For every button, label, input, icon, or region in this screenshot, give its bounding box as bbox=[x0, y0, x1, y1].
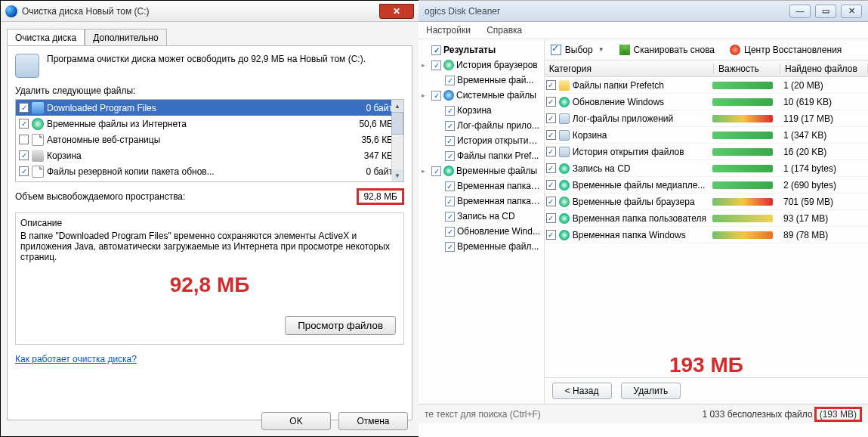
cancel-button[interactable]: Отмена bbox=[338, 412, 408, 430]
tree-item[interactable]: ▸История браузеров bbox=[420, 57, 542, 73]
grid-row[interactable]: Временная папка пользователя93 (17 MB) bbox=[545, 210, 868, 227]
checkbox[interactable] bbox=[431, 166, 441, 176]
window-title: Очистка диска Новый том (C:) bbox=[22, 6, 150, 17]
tree-item[interactable]: Временная папка ... bbox=[420, 178, 542, 194]
tab-additional[interactable]: Дополнительно bbox=[85, 29, 166, 46]
delete-button[interactable]: Удалить bbox=[621, 383, 681, 399]
grid-row[interactable]: Запись на CD1 (174 bytes) bbox=[545, 160, 868, 177]
checkbox[interactable] bbox=[445, 227, 455, 237]
tree-label: История открытия... bbox=[457, 135, 541, 146]
grid-row[interactable]: Временная папка Windows89 (78 MB) bbox=[545, 227, 868, 243]
checkbox[interactable] bbox=[445, 121, 455, 131]
checkbox[interactable] bbox=[546, 147, 556, 157]
delete-files-label: Удалить следующие файлы: bbox=[15, 85, 404, 96]
checkbox[interactable] bbox=[431, 45, 441, 55]
grid-row[interactable]: Корзина1 (347 KB) bbox=[545, 127, 868, 144]
tree-item[interactable]: Файлы папки Pref... bbox=[420, 148, 542, 163]
checkbox[interactable] bbox=[445, 212, 455, 222]
checkbox[interactable] bbox=[431, 91, 441, 101]
tree-item[interactable]: Временные файл... bbox=[420, 239, 542, 254]
tree-item[interactable]: Временная папка ... bbox=[420, 194, 542, 209]
checkbox[interactable] bbox=[546, 80, 556, 90]
file-row[interactable]: Файлы резервной копии пакета обнов...0 б… bbox=[16, 163, 403, 179]
tree-item[interactable]: Результаты bbox=[420, 42, 542, 57]
select-dropdown[interactable]: Выбор ▼ bbox=[551, 45, 604, 55]
grid-row[interactable]: Временные файлы браузера701 (59 MB) bbox=[545, 194, 868, 210]
tree-item[interactable]: Корзина bbox=[420, 103, 542, 118]
tree-label: Запись на CD bbox=[457, 211, 515, 222]
checkbox[interactable] bbox=[546, 213, 556, 223]
scroll-thumb[interactable] bbox=[391, 112, 403, 135]
grid-row[interactable]: Обновление Windows10 (619 KB) bbox=[545, 94, 868, 110]
tree-item[interactable]: Лог-файлы прило... bbox=[420, 118, 542, 133]
col-found[interactable]: Найдено файлов bbox=[780, 64, 868, 74]
tree-item[interactable]: История открытия... bbox=[420, 133, 542, 148]
tree-item[interactable]: Обновление Wind... bbox=[420, 224, 542, 239]
scrollbar[interactable]: ▲ ▼ bbox=[391, 100, 403, 181]
expand-icon[interactable]: ▸ bbox=[422, 61, 429, 69]
back-button[interactable]: < Назад bbox=[552, 383, 612, 399]
checkbox[interactable] bbox=[445, 76, 455, 85]
checkbox[interactable] bbox=[19, 150, 29, 160]
checkbox[interactable] bbox=[546, 130, 556, 140]
file-list[interactable]: Downloaded Program Files0 байтВременные … bbox=[15, 99, 404, 182]
close-button[interactable]: ✕ bbox=[379, 4, 414, 19]
grid-row[interactable]: История открытия файлов16 (20 KB) bbox=[545, 144, 868, 160]
checkbox[interactable] bbox=[546, 230, 556, 240]
scroll-down-icon[interactable]: ▼ bbox=[391, 169, 403, 181]
help-link[interactable]: Как работает очистка диска? bbox=[15, 354, 137, 364]
importance-bar bbox=[712, 231, 773, 239]
grid-body[interactable]: Файлы папки Prefetch1 (20 MB)Обновление … bbox=[545, 77, 868, 323]
file-row[interactable]: Временные файлы из Интернета50,6 МБ bbox=[16, 116, 403, 132]
titlebar[interactable]: Очистка диска Новый том (C:) ✕ bbox=[1, 1, 419, 22]
tree-label: Файлы папки Pref... bbox=[457, 150, 539, 161]
checkbox[interactable] bbox=[445, 106, 455, 116]
tree-item[interactable]: Запись на CD bbox=[420, 209, 542, 224]
tree-item[interactable]: ▸Временные файлы bbox=[420, 163, 542, 178]
file-row[interactable]: Корзина347 КБ bbox=[16, 147, 403, 163]
file-row[interactable]: Downloaded Program Files0 байт bbox=[16, 100, 403, 116]
category-name: Лог-файлы приложений bbox=[573, 113, 673, 124]
scroll-up-icon[interactable]: ▲ bbox=[391, 100, 403, 112]
checkbox[interactable] bbox=[445, 151, 455, 161]
checkbox[interactable] bbox=[546, 197, 556, 206]
menu-help[interactable]: Справка bbox=[487, 25, 522, 36]
grid-row[interactable]: Лог-файлы приложений119 (17 MB) bbox=[545, 110, 868, 127]
minimize-button[interactable]: — bbox=[789, 5, 811, 18]
checkbox[interactable] bbox=[546, 180, 556, 190]
category-icon bbox=[443, 60, 454, 70]
checkbox[interactable] bbox=[445, 181, 455, 191]
menu-settings[interactable]: Настройки bbox=[426, 25, 471, 36]
recovery-center-button[interactable]: Центр Восстановления bbox=[730, 45, 842, 55]
titlebar[interactable]: ogics Disk Cleaner — ▭ ✕ bbox=[419, 1, 868, 22]
expand-icon[interactable]: ▸ bbox=[422, 167, 429, 175]
file-row[interactable]: Автономные веб-страницы35,6 КБ bbox=[16, 132, 403, 147]
checkbox[interactable] bbox=[546, 113, 556, 123]
search-hint[interactable]: те текст для поиска (Ctrl+F) bbox=[425, 409, 541, 420]
checkbox[interactable] bbox=[19, 166, 29, 176]
grid-row[interactable]: Временные файлы медиапле...2 (690 bytes) bbox=[545, 177, 868, 194]
results-tree[interactable]: Результаты▸История браузеровВременные фа… bbox=[419, 39, 545, 404]
view-files-button[interactable]: Просмотр файлов bbox=[285, 316, 396, 335]
maximize-button[interactable]: ▭ bbox=[815, 5, 836, 18]
col-importance[interactable]: Важность bbox=[714, 64, 780, 74]
ok-button[interactable]: OK bbox=[261, 412, 331, 430]
expand-icon[interactable]: ▸ bbox=[422, 91, 429, 99]
checkbox[interactable] bbox=[19, 135, 29, 144]
description-title: Описание bbox=[20, 218, 399, 228]
checkbox[interactable] bbox=[431, 60, 441, 70]
checkbox[interactable] bbox=[546, 97, 556, 107]
tree-item[interactable]: ▸Системные файлы bbox=[420, 88, 542, 103]
grid-row[interactable]: Файлы папки Prefetch1 (20 MB) bbox=[545, 77, 868, 94]
col-category[interactable]: Категория bbox=[545, 64, 714, 74]
rescan-button[interactable]: Сканировать снова bbox=[619, 45, 715, 55]
checkbox[interactable] bbox=[19, 103, 29, 113]
tree-item[interactable]: Временные фай... bbox=[420, 73, 542, 88]
checkbox[interactable] bbox=[445, 242, 455, 252]
checkbox[interactable] bbox=[445, 136, 455, 146]
checkbox[interactable] bbox=[445, 197, 455, 206]
tab-cleanup[interactable]: Очистка диска bbox=[7, 29, 85, 46]
checkbox[interactable] bbox=[546, 163, 556, 173]
checkbox[interactable] bbox=[19, 119, 29, 129]
close-button[interactable]: ✕ bbox=[841, 5, 862, 18]
